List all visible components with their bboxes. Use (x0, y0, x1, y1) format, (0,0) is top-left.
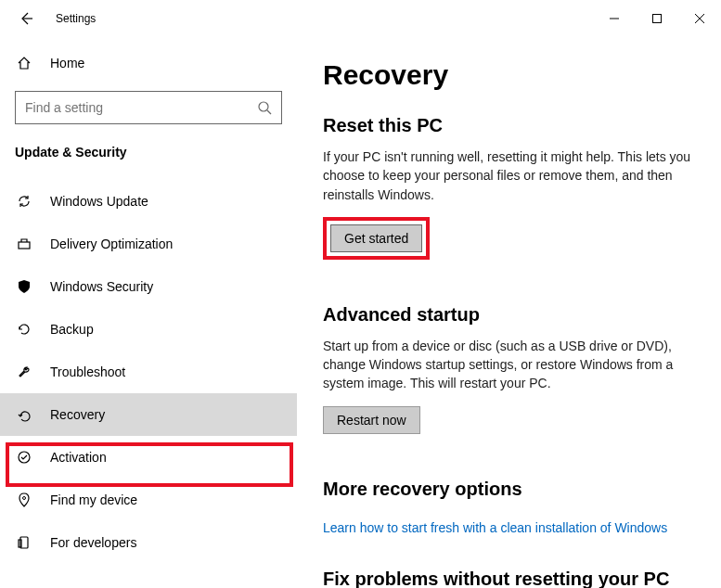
advanced-heading: Advanced startup (323, 304, 695, 326)
backup-icon (15, 322, 33, 337)
clean-install-link[interactable]: Learn how to start fresh with a clean in… (323, 520, 695, 535)
back-button[interactable] (15, 7, 37, 30)
advanced-body: Start up from a device or disc (such as … (323, 337, 694, 393)
svg-rect-7 (19, 242, 30, 249)
svg-point-9 (23, 497, 26, 500)
sidebar-item-windows-security[interactable]: Windows Security (0, 265, 297, 308)
shield-icon (15, 279, 33, 294)
sidebar-item-recovery[interactable]: Recovery (0, 393, 297, 436)
close-button[interactable] (678, 4, 721, 33)
search-input[interactable] (25, 100, 257, 115)
highlight-annotation: Get started (323, 217, 430, 260)
wrench-icon (15, 364, 33, 379)
sidebar-item-label: Find my device (50, 492, 137, 507)
sidebar-item-label: Windows Security (50, 279, 153, 294)
check-circle-icon (15, 450, 33, 465)
sidebar-item-find-my-device[interactable]: Find my device (0, 479, 297, 521)
sidebar-item-label: Troubleshoot (50, 364, 125, 379)
more-heading: More recovery options (323, 479, 695, 500)
page-title: Recovery (323, 59, 695, 91)
home-icon (15, 56, 33, 70)
sync-icon (15, 194, 33, 209)
svg-line-6 (267, 110, 271, 114)
svg-point-5 (259, 102, 268, 111)
recovery-icon (15, 407, 33, 422)
reset-heading: Reset this PC (323, 115, 695, 136)
main-content: Recovery Reset this PC If your PC isn't … (297, 37, 721, 588)
fix-heading: Fix problems without resetting your PC (323, 569, 695, 588)
maximize-button[interactable] (636, 4, 678, 33)
location-icon (15, 492, 33, 507)
sidebar: Home Update & Security Windows Update De… (0, 37, 297, 588)
home-label: Home (50, 56, 84, 70)
svg-point-8 (19, 452, 30, 463)
home-nav[interactable]: Home (0, 45, 297, 82)
search-box[interactable] (15, 91, 282, 124)
sidebar-item-label: Recovery (50, 407, 105, 422)
sidebar-section-title: Update & Security (0, 139, 297, 173)
sidebar-item-backup[interactable]: Backup (0, 308, 297, 351)
nav-list: Windows Update Delivery Optimization Win… (0, 180, 297, 564)
sidebar-item-activation[interactable]: Activation (0, 436, 297, 479)
reset-body: If your PC isn't running well, resetting… (323, 147, 694, 204)
search-icon (257, 100, 272, 115)
sidebar-item-label: Windows Update (50, 194, 148, 209)
sidebar-item-label: For developers (50, 535, 136, 550)
sidebar-item-troubleshoot[interactable]: Troubleshoot (0, 351, 297, 393)
minimize-button[interactable] (593, 4, 636, 33)
restart-now-button[interactable]: Restart now (323, 406, 420, 434)
svg-rect-2 (653, 15, 662, 23)
sidebar-item-delivery-optimization[interactable]: Delivery Optimization (0, 223, 297, 265)
sidebar-item-for-developers[interactable]: For developers (0, 521, 297, 564)
delivery-icon (15, 236, 33, 251)
get-started-button[interactable]: Get started (330, 224, 422, 252)
window-controls (593, 4, 721, 33)
developers-icon (15, 535, 33, 550)
sidebar-item-label: Delivery Optimization (50, 236, 173, 251)
titlebar: Settings (0, 0, 721, 37)
sidebar-item-label: Activation (50, 450, 107, 465)
app-title: Settings (56, 12, 96, 25)
sidebar-item-windows-update[interactable]: Windows Update (0, 180, 297, 223)
sidebar-item-label: Backup (50, 322, 94, 337)
